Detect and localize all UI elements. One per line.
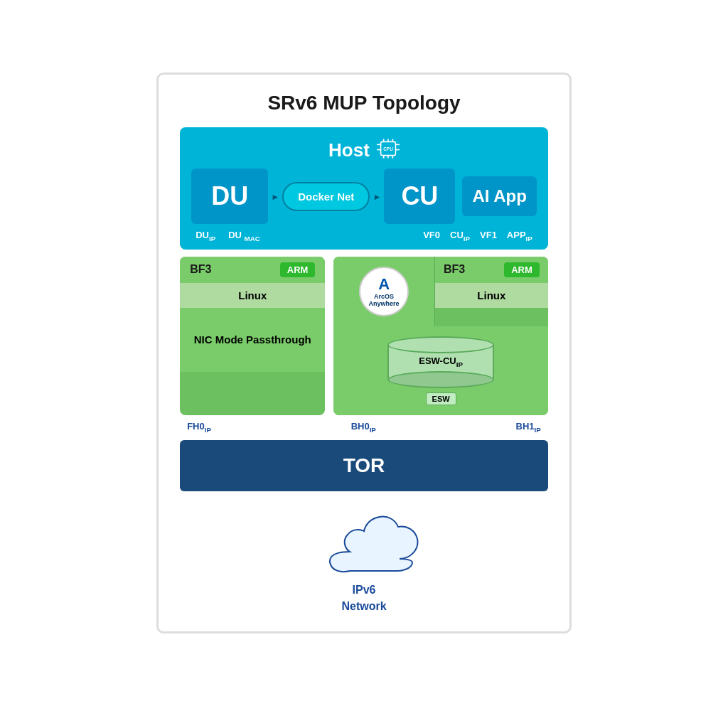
esw-drum: ESW-CUIP ESW [387, 336, 494, 405]
right-card-top: A ArcOS Anywhere BF3 ARM Linux [333, 257, 547, 326]
right-bf3-header: BF3 ARM [435, 257, 548, 283]
vf0-label: VF0 [423, 230, 440, 242]
bh1-ip-label: BH1IP [516, 421, 541, 434]
drum-bottom [387, 371, 494, 388]
arcos-a-letter: A [378, 275, 390, 294]
right-linux-row: Linux [435, 283, 548, 308]
right-card-bottom: ESW-CUIP ESW [333, 326, 547, 415]
diagram-frame: SRv6 MUP Topology Host [156, 73, 572, 633]
docker-net-oval: Docker Net [282, 182, 370, 211]
left-bf3-card: BF3 ARM Linux NIC Mode Passthrough [180, 257, 325, 415]
right-arm-badge: ARM [504, 262, 540, 277]
right-bf3-title: BF3 [444, 263, 465, 276]
cu-ip-group: VF0 CUIP VF1 APPIP [423, 230, 532, 242]
arcos-text: ArcOS Anywhere [369, 294, 400, 308]
left-nic-mode: NIC Mode Passthrough [180, 308, 325, 372]
arcos-area: A ArcOS Anywhere [333, 257, 435, 326]
bh0-ip-label: BH0IP [351, 421, 376, 434]
host-label: Host [328, 139, 370, 161]
cloud-container: IPv6Network [307, 513, 421, 614]
left-linux-row: Linux [180, 283, 325, 308]
right-bf3-card: A ArcOS Anywhere BF3 ARM Linux [333, 257, 547, 415]
esw-cu-label: ESW-CUIP [419, 355, 463, 368]
tor-box: TOR [180, 440, 548, 491]
cloud-icon [307, 513, 421, 577]
esw-badge: ESW [426, 392, 456, 405]
du-box: DU [191, 169, 268, 224]
right-col-inner: BF3 ARM Linux [435, 257, 548, 326]
host-title-row: Host [191, 139, 537, 161]
drum-top [387, 336, 494, 353]
host-ip-labels: DUIP DU MAC VF0 CUIP VF1 APPIP [191, 230, 537, 242]
ai-app-box: AI App [462, 176, 536, 216]
fh0-ip-label: FH0IP [187, 421, 211, 434]
vf1-label: VF1 [480, 230, 497, 242]
host-components-row: DU ► Docker Net ► CU AI App [191, 169, 537, 224]
page-title: SRv6 MUP Topology [180, 92, 548, 114]
du-ip-group: DUIP DU MAC [196, 230, 260, 242]
arcos-logo: A ArcOS Anywhere [359, 267, 409, 316]
du-ip-label: DUIP [196, 230, 215, 242]
app-ip-label: APPIP [507, 230, 532, 242]
svg-text:CPU: CPU [383, 146, 393, 151]
left-bf3-title: BF3 [190, 263, 211, 276]
cu-ip-label: CUIP [450, 230, 470, 242]
du-mac-label: DU MAC [228, 230, 260, 242]
cloud-section: IPv6Network [180, 513, 548, 614]
cu-box: CU [384, 169, 455, 224]
middle-section: BF3 ARM Linux NIC Mode Passthrough A Arc… [180, 257, 548, 415]
cloud-label: IPv6Network [307, 582, 421, 614]
cpu-chip-icon: CPU [377, 139, 400, 161]
left-arm-badge: ARM [280, 262, 316, 277]
left-card-header: BF3 ARM [180, 257, 325, 283]
bottom-ip-row: FH0IP BH0IP BH1IP [180, 415, 548, 441]
host-box: Host [180, 127, 548, 250]
